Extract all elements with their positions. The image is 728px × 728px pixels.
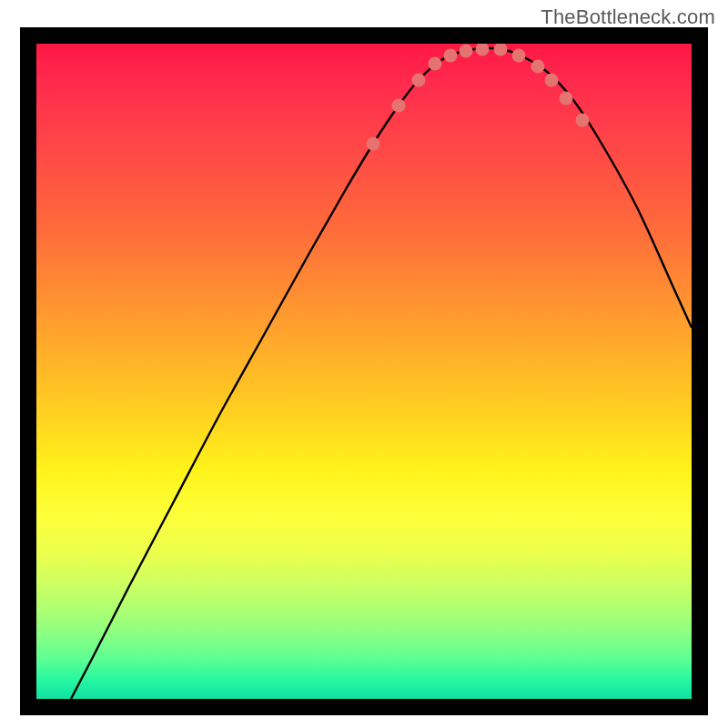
watermark-text: TheBottleneck.com xyxy=(541,5,715,29)
data-dot xyxy=(392,99,406,113)
chart-svg xyxy=(36,44,692,699)
data-dot xyxy=(476,44,490,56)
data-dot xyxy=(494,44,508,56)
plot-frame xyxy=(20,27,708,715)
dots-group xyxy=(367,44,590,151)
data-dot xyxy=(460,45,473,58)
data-dot xyxy=(560,92,573,106)
bottleneck-curve xyxy=(71,48,692,699)
data-dot xyxy=(429,57,442,71)
data-dot xyxy=(576,114,590,127)
data-dot xyxy=(512,49,526,63)
data-dot xyxy=(444,49,458,63)
data-dot xyxy=(545,74,559,87)
data-dot xyxy=(412,74,426,87)
root: TheBottleneck.com xyxy=(0,0,728,728)
data-dot xyxy=(531,60,545,74)
data-dot xyxy=(367,137,380,151)
